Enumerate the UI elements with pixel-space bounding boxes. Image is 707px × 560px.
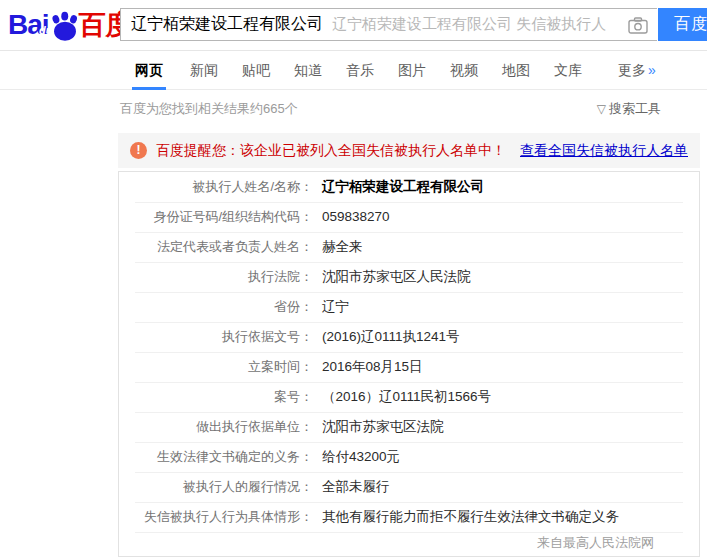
more-label: 更多	[618, 62, 646, 78]
header: Bai du 百度 辽宁栢荣建设工程有限公司 辽宁栢荣建设工程有限公司 失信被执…	[0, 0, 707, 51]
search-tools-label: 搜索工具	[609, 100, 661, 118]
row-label: 身份证号码/组织结构代码：	[119, 202, 313, 232]
nav-tab[interactable]: 网页	[132, 52, 166, 90]
table-row: 案号： （2016）辽0111民初1566号	[119, 382, 699, 412]
table-row: 执行依据文号： (2016)辽0111执1241号	[119, 322, 699, 352]
alert-message: 百度提醒您：该企业已被列入全国失信被执行人名单中！	[156, 142, 506, 160]
chevron-right-icon: »	[648, 62, 656, 78]
search-button[interactable]: 百度一下	[658, 8, 707, 41]
baidu-logo[interactable]: Bai du 百度	[8, 8, 133, 40]
search-suggestion-text: 辽宁栢荣建设工程有限公司 失信被执行人	[332, 15, 606, 34]
detail-rows: 被执行人姓名/名称： 辽宁栢荣建设工程有限公司 身份证号码/组织结构代码： 05…	[119, 172, 699, 532]
alert-bar: ! 百度提醒您：该企业已被列入全国失信被执行人名单中！ 查看全国失信被执行人名单	[118, 133, 700, 168]
table-row: 立案时间： 2016年08月15日	[119, 352, 699, 382]
table-row: 法定代表或者负责人姓名： 赫全来	[119, 232, 699, 262]
row-label: 生效法律文书确定的义务：	[119, 442, 313, 472]
row-value: 059838270	[322, 202, 390, 232]
nav-tab[interactable]: 知道	[294, 52, 322, 90]
table-row: 被执行人姓名/名称： 辽宁栢荣建设工程有限公司	[119, 172, 699, 202]
row-label: 失信被执行人行为具体情形：	[119, 502, 313, 532]
source-attribution: 来自最高人民法院网	[119, 532, 699, 557]
row-label: 案号：	[119, 382, 313, 412]
row-value: 2016年08月15日	[322, 352, 423, 382]
row-label: 法定代表或者负责人姓名：	[119, 232, 313, 262]
row-label: 执行依据文号：	[119, 322, 313, 352]
nav-bar: 网页 新闻 贴吧 知道 音乐 图片 视频 地图 文库 更多»	[0, 52, 707, 90]
row-value: （2016）辽0111民初1566号	[322, 382, 491, 412]
row-value: 沈阳市苏家屯区人民法院	[322, 262, 471, 292]
table-row: 省份： 辽宁	[119, 292, 699, 322]
row-value: 辽宁栢荣建设工程有限公司	[322, 172, 484, 202]
baidu-results-page: Bai du 百度 辽宁栢荣建设工程有限公司 辽宁栢荣建设工程有限公司 失信被执…	[0, 0, 707, 560]
results-bar: 百度为您找到相关结果约665个 ▽ 搜索工具	[0, 90, 707, 130]
row-value: 全部未履行	[322, 472, 390, 502]
row-label: 被执行人的履行情况：	[119, 472, 313, 502]
row-label: 省份：	[119, 292, 313, 322]
row-label: 做出执行依据单位：	[119, 412, 313, 442]
nav-tab-more[interactable]: 更多»	[618, 52, 656, 90]
table-row: 做出执行依据单位： 沈阳市苏家屯区法院	[119, 412, 699, 442]
paw-icon	[49, 11, 81, 43]
camera-icon[interactable]	[628, 17, 648, 34]
logo-text-bai: Bai	[8, 10, 49, 40]
row-value: 沈阳市苏家屯区法院	[322, 412, 444, 442]
nav-tab[interactable]: 文库	[554, 52, 582, 90]
row-value: 其他有履行能力而拒不履行生效法律文书确定义务	[322, 502, 619, 532]
table-row: 生效法律文书确定的义务： 给付43200元	[119, 442, 699, 472]
table-row: 身份证号码/组织结构代码： 059838270	[119, 202, 699, 232]
nav-tab[interactable]: 地图	[502, 52, 530, 90]
table-row: 被执行人的履行情况： 全部未履行	[119, 472, 699, 502]
table-row: 执行法院： 沈阳市苏家屯区人民法院	[119, 262, 699, 292]
row-label: 执行法院：	[119, 262, 313, 292]
search-input[interactable]: 辽宁栢荣建设工程有限公司 辽宁栢荣建设工程有限公司 失信被执行人	[120, 8, 657, 41]
nav-tab[interactable]: 贴吧	[242, 52, 270, 90]
row-value: 给付43200元	[322, 442, 400, 472]
results-count: 百度为您找到相关结果约665个	[120, 100, 298, 118]
search-query-text: 辽宁栢荣建设工程有限公司	[131, 14, 323, 35]
debtor-detail-card: 被执行人姓名/名称： 辽宁栢荣建设工程有限公司 身份证号码/组织结构代码： 05…	[118, 171, 700, 557]
nav-tab[interactable]: 图片	[398, 52, 426, 90]
view-blacklist-link[interactable]: 查看全国失信被执行人名单	[520, 142, 688, 160]
exclamation-icon: !	[130, 142, 147, 159]
nav-tab[interactable]: 新闻	[190, 52, 218, 90]
row-value: 赫全来	[322, 232, 363, 262]
table-row: 失信被执行人行为具体情形： 其他有履行能力而拒不履行生效法律文书确定义务	[119, 502, 699, 532]
funnel-icon: ▽	[597, 102, 606, 116]
nav-tab[interactable]: 音乐	[346, 52, 374, 90]
nav-tab[interactable]: 视频	[450, 52, 478, 90]
row-label: 被执行人姓名/名称：	[119, 172, 313, 202]
row-value: 辽宁	[322, 292, 349, 322]
row-value: (2016)辽0111执1241号	[322, 322, 460, 352]
row-label: 立案时间：	[119, 352, 313, 382]
search-tools-button[interactable]: ▽ 搜索工具	[597, 100, 661, 118]
